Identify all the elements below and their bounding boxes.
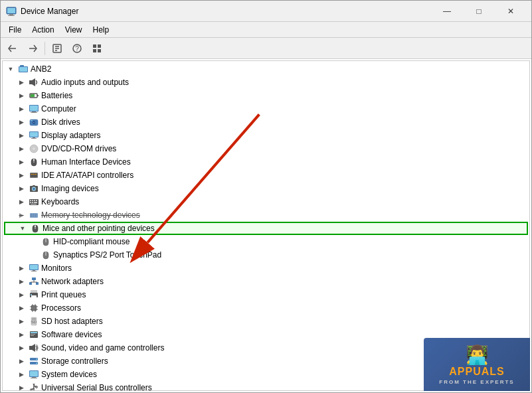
svg-rect-17 [20,65,24,67]
sound-label: Sound, video and game controllers [41,343,164,353]
svg-text:SD: SD [31,320,37,324]
tree-item-memory[interactable]: ▶ Memory technology devices [4,208,528,222]
hid-expand-icon[interactable]: ▶ [16,157,27,167]
tree-item-ide[interactable]: ▶ IDE ATA/ATAPI controllers [4,169,528,182]
svg-rect-76 [32,277,36,280]
imaging-expand-icon[interactable]: ▶ [16,183,27,194]
back-button[interactable] [3,40,22,57]
software-expand-icon[interactable]: ▶ [16,329,27,340]
keyboards-expand-icon[interactable]: ▶ [16,196,27,207]
system-expand-icon[interactable]: ▶ [16,369,27,380]
svg-rect-22 [37,95,39,96]
tree-item-computer[interactable]: ▶ Computer [4,102,528,116]
computer-icon [29,104,39,114]
tree-item-mice[interactable]: ▼ Mice and other pointing devices [4,222,528,235]
tree-root[interactable]: ▼ ANB2 [4,62,528,76]
svg-rect-102 [31,335,34,336]
tree-item-processors[interactable]: ▶ [4,301,528,315]
tree-item-hid-mouse[interactable]: ▶ HID-compliant mouse [4,235,528,248]
help-button[interactable]: ? [68,40,86,57]
network-expand-icon[interactable]: ▶ [16,276,27,287]
svg-rect-2 [8,15,15,16]
svg-rect-25 [30,106,38,111]
tree-item-disk[interactable]: ▶ Disk drives [4,116,528,129]
svg-rect-35 [31,138,37,139]
svg-marker-118 [33,384,35,385]
usb-expand-icon[interactable]: ▶ [16,382,27,390]
memory-label: Memory technology devices [41,210,140,220]
tree-item-network[interactable]: ▶ Network adapters [4,275,528,288]
sd-icon: SD [29,316,39,327]
tree-item-synaptics[interactable]: ▶ Synaptics PS/2 Port TouchPad [4,248,528,262]
tree-item-display[interactable]: ▶ Display adapters [4,129,528,142]
svg-rect-54 [34,200,35,201]
tree-item-keyboards[interactable]: ▶ Keybo [4,195,528,208]
close-button[interactable]: ✕ [495,1,526,22]
menu-file[interactable]: File [3,23,27,37]
menu-view[interactable]: View [60,23,88,37]
tree-item-batteries[interactable]: ▶ Batteries [4,89,528,102]
svg-rect-61 [31,214,32,217]
tree-item-imaging[interactable]: ▶ Imaging devices [4,182,528,195]
network-icon [29,276,39,287]
dvd-expand-icon[interactable]: ▶ [16,143,27,154]
keyboards-icon [29,196,39,207]
tree-item-dvd[interactable]: ▶ DVD/CD-ROM drives [4,142,528,155]
tree-item-sd[interactable]: ▶ SD SD host adapters [4,315,528,328]
imaging-icon [29,183,39,194]
svg-rect-74 [33,270,35,271]
svg-rect-103 [29,346,32,350]
processors-expand-icon[interactable]: ▶ [16,303,27,313]
disk-expand-icon[interactable]: ▶ [16,117,27,127]
computer-expand-icon[interactable]: ▶ [16,104,27,114]
svg-point-41 [33,159,35,161]
svg-rect-111 [32,377,36,378]
root-icon [18,64,29,74]
svg-point-49 [33,188,35,190]
system-label: System devices [41,370,97,379]
mice-expand-icon[interactable]: ▼ [17,223,28,234]
audio-expand-icon[interactable]: ▶ [16,77,27,88]
properties-button[interactable] [48,40,66,57]
tree-item-audio[interactable]: ▶ Audio inputs and outputs [4,76,528,89]
display-expand-icon[interactable]: ▶ [16,130,27,141]
storage-expand-icon[interactable]: ▶ [16,356,27,366]
sound-expand-icon[interactable]: ▶ [16,343,27,353]
window-controls: — □ ✕ [432,1,526,22]
app-icon [6,6,17,17]
sd-expand-icon[interactable]: ▶ [16,316,27,327]
print-expand-icon[interactable]: ▶ [16,289,27,300]
svg-rect-12 [93,44,96,48]
monitors-expand-icon[interactable]: ▶ [16,263,27,274]
menu-help[interactable]: Help [88,23,115,37]
svg-rect-87 [32,306,36,310]
svg-rect-73 [30,265,38,270]
hid-mouse-label: HID-compliant mouse [53,237,130,246]
storage-label: Storage controllers [41,356,108,366]
tree-item-print[interactable]: ▶ Print queues [4,288,528,301]
root-expand-icon[interactable]: ▼ [5,64,16,74]
usb-icon [29,382,39,390]
svg-rect-46 [35,174,37,175]
storage-icon [29,356,39,366]
svg-marker-20 [32,78,35,86]
svg-point-67 [35,226,36,227]
tree-item-monitors[interactable]: ▶ Monitors [4,262,528,275]
forward-button[interactable] [23,40,42,57]
usb-label: Universal Serial Bus controllers [41,383,152,390]
display-label: Display adapters [41,131,100,140]
print-label: Print queues [41,290,86,299]
imaging-label: Imaging devices [41,184,99,193]
svg-rect-34 [33,137,35,138]
memory-expand-icon[interactable]: ▶ [16,210,27,220]
view-button[interactable] [88,40,106,57]
tree-item-hid[interactable]: ▶ Human Interface Devices [4,155,528,169]
menu-action[interactable]: Action [27,23,59,37]
svg-rect-33 [30,132,38,137]
ide-expand-icon[interactable]: ▶ [16,170,27,181]
minimize-button[interactable]: — [432,1,462,22]
batteries-expand-icon[interactable]: ▶ [16,90,27,101]
svg-rect-112 [31,378,37,378]
processors-icon [29,303,39,313]
maximize-button[interactable]: □ [464,1,494,22]
